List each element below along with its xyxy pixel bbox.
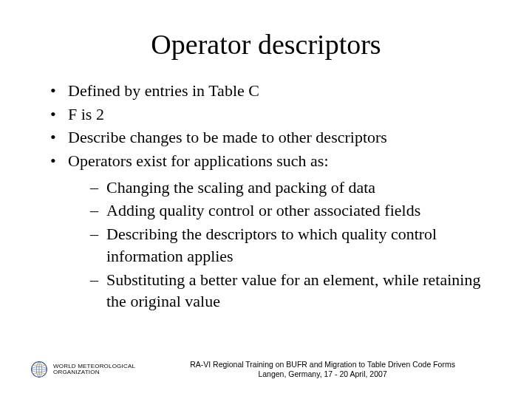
sub-bullet-list: Changing the scaling and packing of data… [68, 177, 502, 313]
list-item: Changing the scaling and packing of data [90, 177, 502, 199]
footer-center-text: RA-VI Regional Training on BUFR and Migr… [135, 360, 502, 380]
bullet-text: Describe changes to be made to other des… [68, 128, 387, 146]
slide: Operator descriptors Defined by entries … [0, 0, 532, 399]
sub-bullet-text: Substituting a better value for an eleme… [106, 270, 480, 311]
slide-title: Operator descriptors [30, 28, 502, 61]
footer-org-text: WORLD METEOROLOGICAL ORGANIZATION [53, 364, 135, 377]
footer-line: RA-VI Regional Training on BUFR and Migr… [143, 360, 502, 370]
org-line: ORGANIZATION [53, 369, 135, 376]
bullet-text: Defined by entries in Table C [68, 81, 259, 100]
list-item: Operators exist for applications such as… [50, 150, 502, 313]
list-item: Describe changes to be made to other des… [50, 126, 502, 149]
list-item: Defined by entries in Table C [50, 80, 502, 102]
list-item: Describing the descriptors to which qual… [90, 223, 502, 267]
bullet-text: Operators exist for applications such as… [68, 151, 329, 170]
footer-logo-block: WORLD METEOROLOGICAL ORGANIZATION [30, 360, 135, 379]
sub-bullet-text: Adding quality control or other associat… [106, 201, 420, 219]
bullet-text: F is 2 [68, 105, 104, 123]
slide-footer: WORLD METEOROLOGICAL ORGANIZATION RA-VI … [30, 360, 502, 380]
list-item: F is 2 [50, 103, 502, 126]
sub-bullet-text: Changing the scaling and packing of data [106, 178, 375, 197]
list-item: Substituting a better value for an eleme… [90, 269, 502, 313]
list-item: Adding quality control or other associat… [90, 200, 502, 222]
sub-bullet-text: Describing the descriptors to which qual… [106, 225, 437, 265]
wmo-logo-icon [30, 360, 49, 379]
bullet-list: Defined by entries in Table C F is 2 Des… [30, 80, 502, 313]
footer-line: Langen, Germany, 17 - 20 April, 2007 [143, 369, 502, 380]
